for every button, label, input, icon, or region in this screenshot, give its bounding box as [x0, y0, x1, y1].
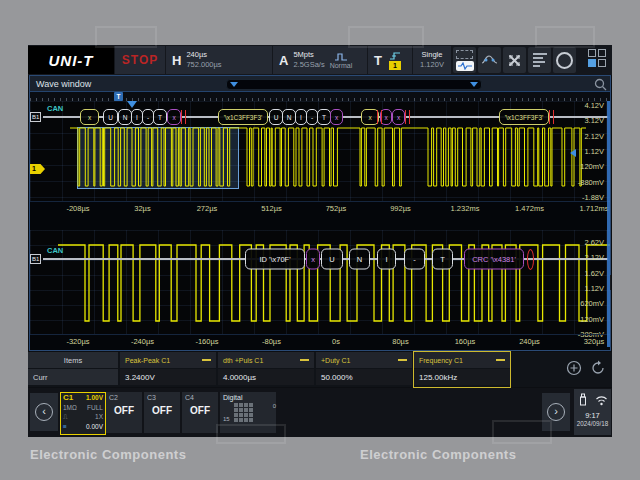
utility-button[interactable] [553, 47, 576, 73]
scroll-handle-right[interactable] [470, 82, 478, 87]
measurement-value: 50.000% [316, 369, 412, 385]
digital-channel-cell [244, 418, 248, 422]
decode-bubble: T [317, 109, 331, 125]
display-layout-button[interactable] [588, 49, 608, 69]
chevron-left-icon: ‹ [35, 403, 53, 421]
bus-tag[interactable]: B1 [30, 112, 41, 122]
time-label: 272µs [175, 204, 239, 213]
oscilloscope-screen: UNI-T STOP H 240µs 752.000µs A 5Mpts 2.5… [28, 45, 612, 437]
time-label: -160µs [175, 337, 239, 346]
digital-channel-cell [239, 413, 243, 417]
measurement-frequency-selected[interactable]: Frequency C1 125.00kHz [414, 352, 510, 387]
wave-window: Wave window T B1 CAN 1 4.1 [29, 75, 611, 351]
scroll-handle-left[interactable] [230, 82, 238, 87]
watermark-text: Electronic Components [30, 447, 186, 462]
zoom-wave-icon [456, 61, 474, 71]
channel3-state: OFF [144, 405, 180, 416]
bus-tag[interactable]: B1 [30, 254, 41, 264]
measurement-pulsewidth[interactable]: dth +Puls C1 4.0000µs [218, 352, 314, 387]
wifi-icon [595, 392, 608, 410]
watermark-text: Electronic Components [360, 447, 516, 462]
channel2-box[interactable]: C2 OFF [106, 392, 142, 433]
reset-measurement-button[interactable] [590, 360, 606, 380]
channel1-box[interactable]: C11.00V 1MΩFULL ⎍1X ≡0.00V [60, 392, 106, 435]
decode-bubble: N [282, 109, 296, 125]
decode-bubble: T [153, 109, 167, 125]
decode-bubble: x [306, 249, 320, 270]
channel4-box[interactable]: C4 OFF [182, 392, 218, 433]
system-info-panel: 9:17 2024/09/18 [574, 389, 611, 435]
plot-upper: B1 CAN 1 4.12V3.12V2.12V1.12V120mV-880mV… [30, 101, 610, 201]
digital-channel-cell [239, 403, 243, 407]
layout-cell-active [588, 59, 596, 67]
trigger-mode-button[interactable]: Single 1.120V [413, 46, 451, 74]
results-list-button[interactable] [528, 47, 551, 73]
voltage-label: -880mV [578, 179, 604, 187]
trigger-position-flag[interactable]: T [114, 92, 123, 101]
run-state-button[interactable]: STOP [115, 46, 165, 74]
brand-logo: UNI-T [28, 46, 114, 74]
measurement-name: dth +Puls [223, 357, 252, 364]
channel2-label: C2 [109, 394, 142, 401]
wave-window-title: Wave window [36, 79, 91, 89]
time-label: -240µs [111, 337, 175, 346]
voltage-label: 4.12V [584, 102, 604, 110]
measurement-bar: Items Curr Peak-Peak C1 3.2400V dth +Pul… [28, 352, 612, 387]
voltage-label: 2.12V [584, 133, 604, 141]
add-measurement-button[interactable] [566, 360, 582, 380]
clock-time: 9:17 [585, 411, 600, 420]
acquire-mode-label: Normal [330, 61, 353, 70]
decode-bubble: x [330, 109, 343, 125]
time-label: 240µs [498, 337, 562, 346]
decode-bubble: x [167, 109, 181, 125]
usb-icon [578, 392, 588, 410]
watermark-logo [95, 26, 157, 48]
channel-color-dash [202, 359, 211, 361]
voltage-label: 120mV [580, 163, 604, 171]
layout-cell [598, 49, 606, 57]
memory-depth-value: 5Mpts [293, 50, 324, 60]
decode-bubble: '\x1C3FF3F3' [499, 109, 549, 125]
watermark-logo [535, 26, 595, 48]
trigger-level-marker[interactable] [570, 149, 576, 157]
channel3-label: C3 [147, 394, 180, 401]
digital-channel-cell [249, 413, 253, 417]
measurement-peakpeak[interactable]: Peak-Peak C1 3.2400V [120, 352, 216, 387]
channel1-probe: 1X [95, 412, 103, 422]
timebase-value: 240µs [186, 50, 221, 60]
voltage-label: 120mV [580, 316, 604, 324]
vertical-scrollbar[interactable] [607, 101, 610, 347]
acquire-settings-button[interactable]: A 5Mpts 2.5GSa/s Normal [273, 46, 367, 74]
collapse-left-button[interactable]: ‹ [30, 393, 58, 431]
wave-window-button[interactable] [453, 47, 476, 73]
digital-channel-cell [249, 403, 253, 407]
time-label: 0s [304, 337, 368, 346]
digital-channel-cell [234, 403, 238, 407]
layout-cell [588, 49, 596, 57]
trigger-settings-button[interactable]: T 1 [368, 46, 412, 74]
channel2-state: OFF [106, 405, 142, 416]
decode-bubble: CRC '\x4381' [464, 249, 524, 270]
horizontal-settings-button[interactable]: H 240µs 752.000µs [166, 46, 272, 74]
measurement-name: +Duty [321, 357, 339, 364]
digital-channel-cell [239, 418, 243, 422]
upper-time-axis: -208µs32µs272µs512µs752µs992µs1.232ms1.4… [30, 201, 610, 216]
measurement-source: C1 [161, 357, 170, 364]
measurement-duty[interactable]: +Duty C1 50.000% [316, 352, 412, 387]
chevron-right-icon: › [547, 403, 565, 421]
watermark-logo [216, 424, 286, 444]
measure-icon [481, 53, 498, 67]
voltage-label: 1.12V [584, 285, 604, 293]
decode-bubble: x [80, 109, 99, 125]
bus-type-label: CAN [47, 246, 63, 255]
move-cursor-button[interactable] [503, 47, 526, 73]
time-label: -320µs [46, 337, 110, 346]
photo-background: { "watermark": { "text": "Electronic Com… [0, 0, 640, 480]
channel3-box[interactable]: C3 OFF [144, 392, 180, 433]
measurement-current-label: Curr [28, 369, 118, 385]
edge-trigger-icon [389, 50, 401, 60]
measure-button[interactable] [478, 47, 501, 73]
horizontal-scrollbar[interactable] [226, 79, 482, 90]
trigger-time-marker[interactable] [127, 101, 137, 108]
time-label: 1.712ms [562, 204, 626, 213]
